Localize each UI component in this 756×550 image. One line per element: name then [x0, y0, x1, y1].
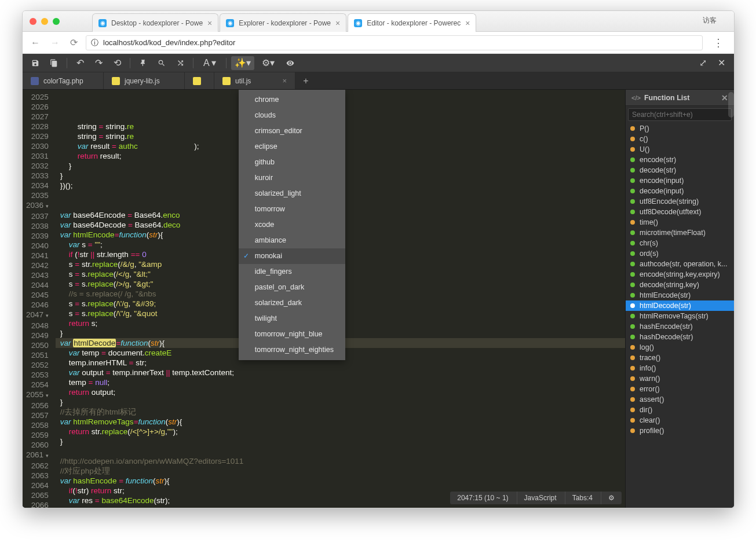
- tab-close-icon[interactable]: ×: [282, 76, 287, 85]
- function-item[interactable]: encode(str): [626, 155, 734, 165]
- guest-label[interactable]: 访客: [703, 16, 717, 25]
- refresh-icon[interactable]: ⟲: [109, 56, 125, 70]
- code-line[interactable]: //去掉所有的html标记: [56, 407, 625, 417]
- status-gear-icon[interactable]: ⚙: [601, 492, 622, 504]
- theme-option[interactable]: kuroir: [239, 170, 345, 186]
- undo-icon[interactable]: ↶: [72, 56, 88, 70]
- language-mode[interactable]: JavaScript: [517, 492, 564, 504]
- code-line[interactable]: }: [56, 397, 625, 407]
- function-item[interactable]: clear(): [626, 415, 734, 426]
- theme-option[interactable]: twilight: [239, 311, 345, 327]
- theme-option[interactable]: idle_fingers: [239, 264, 345, 280]
- save-icon[interactable]: [27, 56, 43, 70]
- browser-tab[interactable]: ◉Desktop - kodexplorer - Powe×: [92, 13, 218, 32]
- close-window[interactable]: [30, 18, 36, 25]
- tab-close-icon[interactable]: ×: [335, 19, 340, 28]
- function-item[interactable]: microtime(timeFloat): [626, 228, 734, 238]
- function-item[interactable]: profile(): [626, 426, 734, 436]
- search-icon[interactable]: [154, 56, 170, 70]
- code-line[interactable]: [56, 446, 625, 456]
- function-item[interactable]: encode(input): [626, 175, 734, 186]
- function-item[interactable]: time(): [626, 217, 734, 228]
- function-item[interactable]: U(): [626, 144, 734, 155]
- tab-size[interactable]: Tabs:4: [565, 492, 600, 504]
- theme-option[interactable]: clouds: [239, 108, 345, 123]
- code-line[interactable]: return str.replace(/<[^>]+>/g,"");: [56, 427, 625, 437]
- function-item[interactable]: decode(string,key): [626, 280, 734, 290]
- fullscreen-icon[interactable]: ⤢: [695, 56, 711, 70]
- function-search-input[interactable]: [628, 108, 732, 121]
- function-item[interactable]: utf8Decode(utftext): [626, 207, 734, 217]
- code-area[interactable]: chromecloudscrimson_editoreclipsegithubk…: [56, 90, 625, 508]
- function-item[interactable]: info(): [626, 363, 734, 373]
- file-tab[interactable]: [185, 72, 214, 89]
- code-line[interactable]: temp = null;: [56, 377, 625, 387]
- maximize-window[interactable]: [53, 18, 60, 25]
- theme-option[interactable]: chrome: [239, 92, 345, 108]
- font-icon[interactable]: A ▾: [198, 56, 221, 70]
- forward-button[interactable]: →: [48, 35, 62, 50]
- function-item[interactable]: assert(): [626, 394, 734, 405]
- function-item[interactable]: dir(): [626, 405, 734, 415]
- function-item[interactable]: warn(): [626, 373, 734, 384]
- function-item[interactable]: decode(input): [626, 186, 734, 196]
- function-item[interactable]: authcode(str, operation, k...: [626, 259, 734, 269]
- redo-icon[interactable]: ↷: [90, 56, 107, 70]
- code-editor[interactable]: 2025202620272028202920302031203220332034…: [23, 90, 625, 508]
- shuffle-icon[interactable]: ⤭: [172, 56, 188, 70]
- function-item[interactable]: htmlRemoveTags(str): [626, 311, 734, 321]
- function-item[interactable]: hashDecode(str): [626, 332, 734, 342]
- close-icon[interactable]: ✕: [713, 56, 729, 70]
- function-item[interactable]: utf8Encode(string): [626, 196, 734, 207]
- back-button[interactable]: ←: [28, 35, 42, 50]
- function-item[interactable]: c(): [626, 134, 734, 144]
- function-item[interactable]: trace(): [626, 353, 734, 363]
- code-line[interactable]: var htmlRemoveTags=function(str){: [56, 417, 625, 427]
- file-tab[interactable]: colorTag.php: [23, 72, 104, 89]
- theme-option[interactable]: crimson_editor: [239, 123, 345, 139]
- pin-icon[interactable]: [135, 56, 151, 70]
- function-item[interactable]: htmlDecode(str): [626, 300, 734, 311]
- info-icon[interactable]: ⓘ: [91, 38, 98, 48]
- copy-icon[interactable]: [46, 56, 62, 70]
- code-line[interactable]: return output;: [56, 387, 625, 397]
- theme-option[interactable]: ✓monokai: [239, 248, 345, 264]
- panel-close-icon[interactable]: ✕: [721, 93, 728, 102]
- code-line[interactable]: var output = temp.innerText || temp.text…: [56, 368, 625, 377]
- function-item[interactable]: log(): [626, 342, 734, 353]
- cursor-position[interactable]: 2047:15 (10 ~ 1): [450, 492, 515, 504]
- gear-icon[interactable]: ⚙▾: [257, 56, 280, 70]
- code-line[interactable]: //对应php处理: [56, 466, 625, 476]
- theme-option[interactable]: ambiance: [239, 233, 345, 248]
- function-item[interactable]: hashEncode(str): [626, 321, 734, 332]
- theme-icon[interactable]: ✨▾: [231, 56, 254, 70]
- function-item[interactable]: ord(s): [626, 248, 734, 259]
- add-tab-button[interactable]: +: [295, 72, 316, 89]
- browser-tab[interactable]: ◉Explorer - kodexplorer - Powe×: [220, 13, 346, 32]
- reload-button[interactable]: ⟳: [68, 35, 80, 50]
- code-line[interactable]: res = res.replace(/\+/g, "_a");: [56, 505, 625, 508]
- eye-icon[interactable]: [282, 56, 298, 70]
- theme-option[interactable]: tomorrow: [239, 201, 345, 217]
- tab-close-icon[interactable]: ×: [207, 19, 212, 28]
- theme-option[interactable]: tomorrow_night_eighties: [239, 342, 345, 358]
- function-item[interactable]: decode(str): [626, 165, 734, 175]
- theme-option[interactable]: tomorrow_night_blue: [239, 327, 345, 342]
- browser-menu[interactable]: ⋮: [708, 36, 728, 49]
- code-line[interactable]: var hashEncode = function(str){: [56, 476, 625, 486]
- file-tab[interactable]: jquery-lib.js: [104, 72, 185, 89]
- tab-close-icon[interactable]: ×: [465, 19, 470, 28]
- theme-option[interactable]: pastel_on_dark: [239, 280, 345, 295]
- function-item[interactable]: htmlEncode(str): [626, 290, 734, 300]
- browser-tab[interactable]: ◉Editor - kodexplorer - Powerec×: [348, 13, 476, 32]
- file-tab[interactable]: util.js×: [214, 72, 295, 89]
- theme-option[interactable]: eclipse: [239, 139, 345, 155]
- code-line[interactable]: }: [56, 437, 625, 446]
- theme-option[interactable]: solarized_light: [239, 186, 345, 201]
- function-item[interactable]: chr(s): [626, 238, 734, 248]
- function-item[interactable]: encode(string,key,expiry): [626, 269, 734, 280]
- function-item[interactable]: P(): [626, 123, 734, 134]
- theme-option[interactable]: github: [239, 155, 345, 170]
- code-line[interactable]: //http://codepen.io/anon/pen/wWaMQZ?edit…: [56, 456, 625, 466]
- address-bar[interactable]: ⓘ localhost/kod/kod_dev/index.php?editor: [86, 35, 703, 50]
